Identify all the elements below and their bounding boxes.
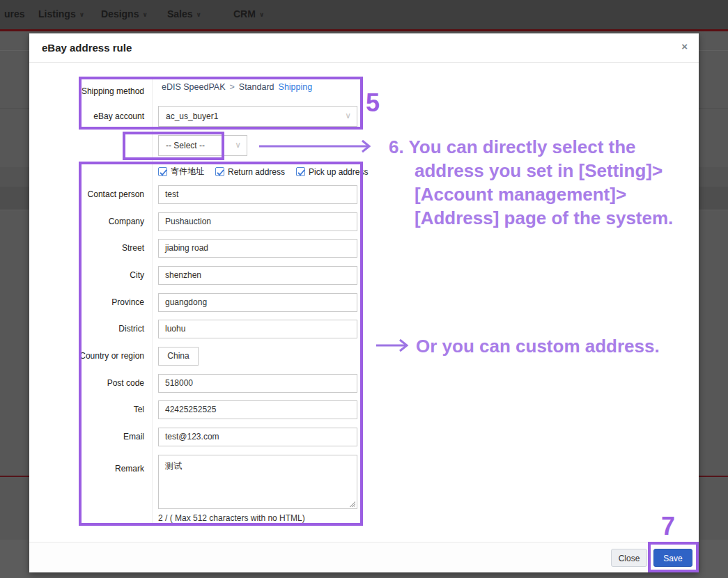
modal-footer: Close Save (29, 542, 699, 572)
modal-header: eBay address rule × (29, 33, 699, 63)
nav-item-truncated[interactable]: ures (4, 8, 25, 19)
annotation-step-6-text: 6. You can directly select the address y… (389, 135, 673, 230)
arrow-right-icon (258, 138, 375, 155)
navbar-accent-line (0, 29, 728, 31)
nav-item-sales[interactable]: Sales∨ (167, 8, 201, 19)
close-icon[interactable]: × (681, 41, 688, 52)
arrow-right-icon (375, 337, 411, 354)
nav-item-crm[interactable]: CRM∨ (233, 8, 264, 19)
annotation-box-select (123, 132, 224, 160)
chevron-down-icon: ∨ (196, 11, 201, 18)
annotation-step-5: 5 (366, 91, 380, 116)
annotation-box-save (648, 542, 699, 572)
close-button[interactable]: Close (611, 549, 647, 567)
nav-item-listings[interactable]: Listings∨ (38, 8, 84, 19)
annotation-box-shipping (79, 77, 363, 130)
nav-item-designs[interactable]: Designs∨ (101, 8, 148, 19)
chevron-down-icon: ∨ (259, 11, 264, 18)
chevron-down-icon: ∨ (235, 141, 241, 149)
annotation-custom-address-text: Or you can custom address. (416, 334, 660, 358)
annotation-step-7: 7 (661, 514, 675, 539)
modal-title: eBay address rule (42, 42, 132, 54)
chevron-down-icon: ∨ (142, 11, 147, 18)
chevron-down-icon: ∨ (79, 11, 84, 18)
annotation-box-address-form (79, 162, 363, 526)
page: ures Listings∨ Designs∨ Sales∨ CRM∨ eBay… (0, 0, 728, 578)
top-navbar: ures Listings∨ Designs∨ Sales∨ CRM∨ (0, 0, 728, 29)
